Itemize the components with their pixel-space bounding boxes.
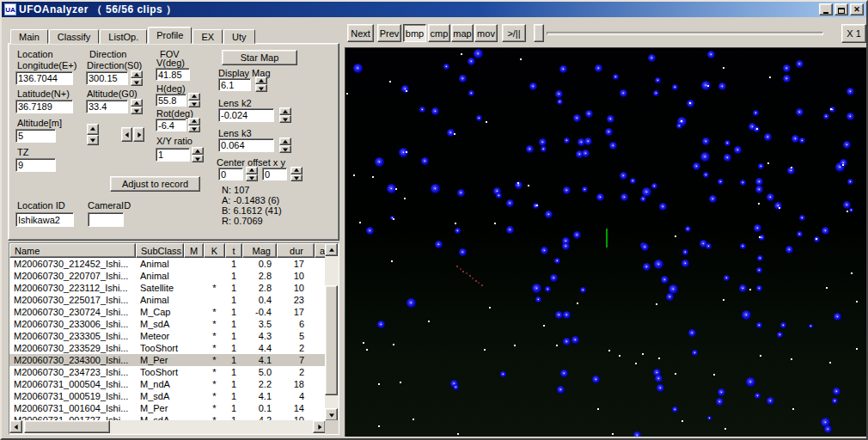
table-cell: 1 — [225, 402, 242, 414]
column-header-mag[interactable]: Mag — [242, 243, 277, 258]
fov-rot-input[interactable] — [156, 119, 186, 131]
title-bar[interactable]: UA UFOAnalyzer （ 56/56 clips ） ✕ — [2, 2, 866, 17]
lens-k3-input[interactable] — [218, 138, 274, 152]
spin-up-icon[interactable] — [192, 147, 204, 155]
spin-up-icon[interactable] — [290, 167, 303, 174]
spin-up-icon[interactable] — [279, 107, 291, 115]
spin-down-icon[interactable] — [192, 155, 204, 162]
longitude-input[interactable] — [15, 71, 73, 85]
fov-v-input[interactable] — [156, 68, 190, 81]
direction-alt-input[interactable] — [86, 100, 128, 113]
column-header-k[interactable]: K — [204, 243, 225, 258]
catalog-star — [459, 75, 467, 82]
vertical-scroll-thumb[interactable] — [325, 285, 338, 395]
table-vertical-scrollbar[interactable] — [325, 243, 339, 421]
step-right-button[interactable] — [133, 127, 144, 142]
lens-k2-input[interactable] — [218, 108, 274, 122]
adjust-to-record-button[interactable]: Adjust to record — [110, 176, 200, 192]
spin-up-icon[interactable] — [188, 118, 200, 125]
spin-down-icon[interactable] — [279, 145, 291, 153]
altitude-m-input[interactable] — [15, 129, 56, 143]
spin-down-icon[interactable] — [87, 135, 99, 146]
spin-up-icon[interactable] — [131, 70, 143, 78]
spin-up-icon[interactable] — [279, 138, 291, 145]
xy-ratio-input[interactable] — [156, 148, 190, 162]
spin-down-icon[interactable] — [188, 101, 200, 108]
spin-up-icon[interactable] — [188, 93, 200, 101]
mode-cmp-button[interactable]: cmp — [428, 24, 450, 42]
table-row[interactable]: M20060730_212452_Ishi...Animal10.917 — [9, 258, 327, 270]
tab-classify[interactable]: Classify — [49, 29, 100, 44]
spin-down-icon[interactable] — [246, 174, 258, 182]
prev-button[interactable]: Prev — [377, 24, 401, 42]
table-row[interactable]: M20060730_230724_Ishi...M_Cap*1-0.417 — [9, 306, 327, 318]
table-row[interactable]: M20060730_234300_Ishi...M_Per*14.17 — [9, 354, 327, 366]
catalog-star — [476, 115, 482, 121]
spin-down-icon[interactable] — [131, 107, 143, 114]
table-row[interactable]: M20060730_223112_Ishi...Satellite*12.810 — [9, 282, 327, 294]
table-row[interactable]: M20060730_220707_Ishi...Animal12.810 — [9, 270, 327, 282]
step-left-button[interactable] — [121, 127, 132, 142]
display-mag-input[interactable] — [218, 78, 251, 91]
center-offset-y-input[interactable] — [262, 168, 287, 180]
table-row[interactable]: M20060730_233529_Ishi...TooShort*14.42 — [9, 342, 327, 354]
scroll-right-button[interactable] — [313, 420, 326, 433]
mode-bmp-button[interactable]: bmp — [403, 24, 426, 42]
star-map[interactable] — [345, 47, 866, 437]
table-row[interactable]: M20060731_000519_Ishi...M_sdA*14.14 — [9, 390, 327, 402]
horizontal-scroll-thumb[interactable] — [24, 420, 110, 433]
frame-slider-track[interactable] — [547, 32, 823, 35]
catalog-star — [582, 186, 588, 192]
scroll-down-button[interactable] — [325, 408, 338, 421]
tab-main[interactable]: Main — [10, 29, 48, 44]
frame-slider-thumb[interactable] — [534, 24, 544, 42]
scroll-up-button[interactable] — [325, 243, 338, 256]
camera-id-input[interactable] — [88, 212, 124, 227]
detected-star-dot — [656, 303, 657, 305]
tz-input[interactable] — [15, 158, 56, 172]
table-row[interactable]: M20060731_001604_Ishi...M_Per*10.114 — [9, 402, 327, 414]
table-cell: * — [204, 414, 225, 420]
scroll-left-button[interactable] — [9, 420, 22, 433]
location-id-input[interactable] — [15, 212, 74, 227]
spin-down-icon[interactable] — [279, 115, 291, 123]
tab-uty[interactable]: Uty — [223, 29, 255, 44]
minimize-button[interactable] — [819, 3, 833, 15]
table-row[interactable]: M20060731_001727_Ishi...M_sdA*14.210 — [9, 414, 327, 420]
table-row[interactable]: M20060731_000504_Ishi...M_ndA*12.218 — [9, 378, 327, 390]
spin-up-icon[interactable] — [131, 99, 143, 107]
table-row[interactable]: M20060730_233006_Ishi...M_sdA*13.56 — [9, 318, 327, 330]
spin-down-icon[interactable] — [188, 125, 200, 133]
table-row[interactable]: M20060730_234723_Ishi...TooShort*15.02 — [9, 366, 327, 378]
close-button[interactable]: ✕ — [850, 3, 864, 15]
spin-up-icon[interactable] — [255, 76, 267, 84]
center-offset-x-input[interactable] — [218, 168, 243, 180]
star-map-button[interactable]: Star Map — [222, 50, 297, 65]
zoom-x1-button[interactable]: X 1 — [841, 24, 866, 43]
direction-s0-input[interactable] — [86, 71, 128, 85]
tab-ex[interactable]: EX — [193, 29, 223, 44]
spin-up-icon[interactable] — [87, 124, 99, 135]
play-pause-button[interactable]: >/|| — [502, 24, 526, 42]
fov-h-input[interactable] — [156, 94, 186, 107]
tab-listop[interactable]: ListOp. — [100, 29, 147, 44]
tab-profile[interactable]: Profile — [148, 27, 192, 44]
column-header-subclass[interactable]: SubClass — [136, 243, 184, 258]
table-cell: 1 — [225, 282, 242, 294]
spin-up-icon[interactable] — [246, 167, 258, 174]
table-row[interactable]: M20060730_233305_Ishi...Meteor*14.35 — [9, 330, 327, 342]
table-row[interactable]: M20060730_225017_Ishi...Animal10.423 — [9, 294, 327, 306]
spin-down-icon[interactable] — [255, 84, 267, 92]
mode-mov-button[interactable]: mov — [474, 24, 498, 42]
column-header-t[interactable]: t — [225, 243, 242, 258]
mode-map-button[interactable]: map — [451, 24, 474, 42]
column-header-m[interactable]: M — [184, 243, 204, 258]
spin-down-icon[interactable] — [131, 78, 143, 86]
column-header-name[interactable]: Name — [9, 243, 136, 258]
maximize-button[interactable] — [834, 3, 848, 15]
latitude-input[interactable] — [15, 100, 73, 113]
spin-down-icon[interactable] — [290, 174, 303, 182]
column-header-dur[interactable]: dur — [277, 243, 315, 258]
table-horizontal-scrollbar[interactable] — [9, 420, 327, 434]
next-button[interactable]: Next — [347, 24, 374, 42]
